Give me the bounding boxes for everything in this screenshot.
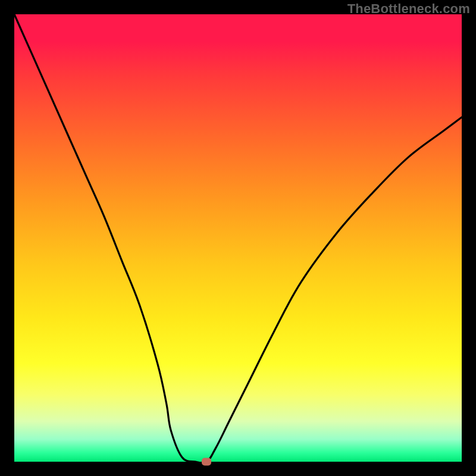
curve-svg	[14, 14, 462, 462]
watermark-text: TheBottleneck.com	[347, 1, 470, 17]
chart-frame: TheBottleneck.com	[0, 0, 476, 476]
plot-area	[14, 14, 462, 462]
bottleneck-curve-path	[14, 14, 462, 463]
minimum-marker	[202, 458, 211, 466]
